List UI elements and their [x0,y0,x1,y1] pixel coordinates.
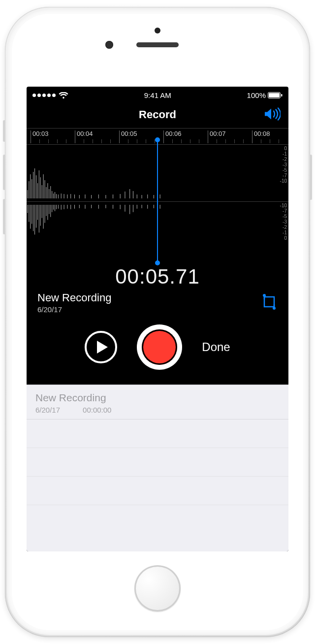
speaker-output-button[interactable] [264,107,281,123]
status-bar: 9:41 AM 100% [27,87,288,101]
db-scale-bottom: -10-7-5-3-2-10 [280,203,287,241]
status-right: 100% [247,91,283,99]
transport-controls: Done [27,324,288,370]
record-button[interactable] [137,324,182,370]
front-camera [105,41,113,49]
recordings-list[interactable]: New Recording 6/20/17 00:00:00 [27,385,288,551]
waveform-area[interactable]: 0-1-2-3-5-7-10 [27,145,288,258]
db-scale-top: 0-1-2-3-5-7-10 [280,146,287,184]
svg-rect-1 [269,93,280,97]
power-button [310,155,312,200]
list-empty-row [27,477,288,505]
volume-up-button [3,155,5,190]
play-icon [96,340,109,354]
done-button[interactable]: Done [202,340,230,354]
list-empty-row [27,448,288,477]
elapsed-time: 00:05.71 [27,265,288,289]
proximity-sensor [155,28,160,33]
trim-button[interactable] [261,293,278,312]
waveform-svg-top [27,145,171,201]
wifi-icon [59,92,68,99]
nav-title: Record [139,108,176,121]
device-bezel: 9:41 AM 100% Record [12,14,303,630]
status-time: 9:41 AM [144,91,171,99]
home-button[interactable] [134,565,181,612]
ringer-switch [3,120,5,142]
recording-meta-row: New Recording 6/20/17 [27,289,288,314]
list-item-title: New Recording [35,392,280,404]
iphone-device-frame: 9:41 AM 100% Record [5,7,310,637]
list-item-duration: 00:00:00 [83,406,111,414]
earpiece-speaker [136,42,179,47]
battery-percent: 100% [247,91,266,99]
cellular-signal-icon [32,94,56,97]
playhead[interactable] [157,140,158,263]
recording-date: 6/20/17 [37,305,111,314]
waveform-svg-bottom [27,202,171,258]
list-empty-row [27,419,288,448]
status-left [32,92,68,99]
list-item-date: 6/20/17 [35,406,60,414]
battery-icon [268,92,283,98]
svg-rect-87 [264,297,274,307]
svg-rect-2 [281,94,283,97]
recording-title[interactable]: New Recording [37,291,111,304]
nav-bar: Record [27,101,288,128]
record-icon [142,329,177,365]
play-button[interactable] [85,331,117,363]
list-item[interactable]: New Recording 6/20/17 00:00:00 [27,385,288,419]
device-inner: 9:41 AM 100% Record [7,9,308,635]
volume-down-button [3,199,5,234]
app-screen: 9:41 AM 100% Record [27,87,288,551]
